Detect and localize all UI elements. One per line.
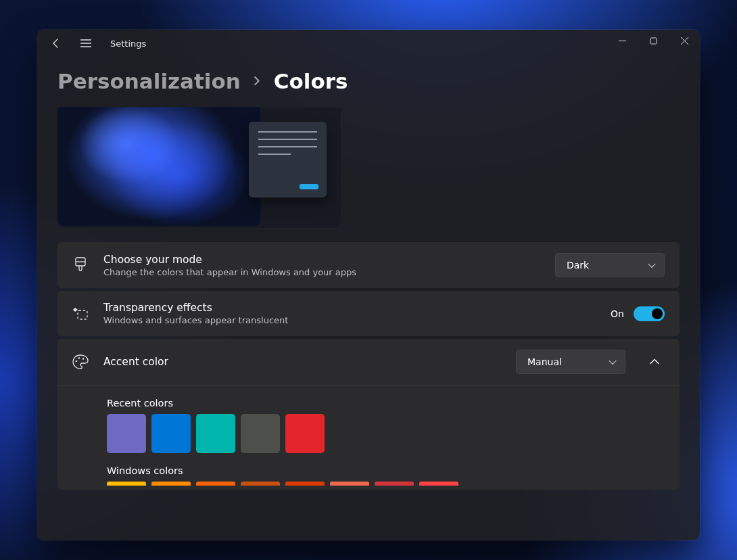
minimize-button[interactable] <box>607 30 638 51</box>
svg-point-11 <box>78 357 80 359</box>
paintbrush-icon <box>72 257 89 273</box>
color-swatch[interactable] <box>285 482 325 486</box>
accent-mode-dropdown[interactable]: Manual <box>516 350 625 374</box>
transparency-icon <box>72 306 89 322</box>
settings-window: Settings Personalization <box>37 30 700 540</box>
choose-mode-row[interactable]: Choose your mode Change the colors that … <box>57 242 680 288</box>
svg-rect-9 <box>78 310 87 319</box>
chevron-right-icon <box>253 75 262 88</box>
color-swatch[interactable] <box>241 414 280 453</box>
recent-colors-label: Recent colors <box>72 398 665 409</box>
hamburger-menu-button[interactable] <box>72 30 99 57</box>
accent-color-title: Accent color <box>103 356 501 368</box>
preview-window-icon <box>249 122 327 197</box>
color-swatch[interactable] <box>196 414 235 453</box>
svg-rect-4 <box>650 38 657 44</box>
color-swatch[interactable] <box>107 414 146 453</box>
desktop-wallpaper: Settings Personalization <box>0 0 737 560</box>
maximize-button[interactable] <box>638 30 669 51</box>
color-swatch[interactable] <box>419 482 458 486</box>
page-title: Colors <box>274 69 348 93</box>
window-title: Settings <box>110 39 146 49</box>
color-swatch[interactable] <box>151 482 191 486</box>
choose-mode-desc: Change the colors that appear in Windows… <box>103 267 540 277</box>
color-swatch[interactable] <box>330 482 369 486</box>
color-swatch[interactable] <box>375 482 414 486</box>
accent-color-panel: Recent colors Windows colors <box>57 385 680 490</box>
close-button[interactable] <box>669 30 700 51</box>
breadcrumb: Personalization Colors <box>57 69 680 93</box>
transparency-state-label: On <box>611 308 624 319</box>
transparency-toggle[interactable] <box>634 306 665 321</box>
color-swatch[interactable] <box>107 482 146 486</box>
transparency-title: Transparency effects <box>103 302 596 314</box>
transparency-row[interactable]: Transparency effects Windows and surface… <box>57 291 680 336</box>
svg-point-10 <box>76 360 78 363</box>
color-swatch[interactable] <box>241 482 280 486</box>
back-button[interactable] <box>43 30 70 57</box>
theme-preview <box>57 107 341 229</box>
windows-colors-label: Windows colors <box>72 465 665 476</box>
color-swatch[interactable] <box>285 414 325 453</box>
color-swatch[interactable] <box>196 482 235 486</box>
collapse-button[interactable] <box>644 352 665 372</box>
choose-mode-dropdown[interactable]: Dark <box>555 253 665 277</box>
titlebar: Settings <box>37 30 700 57</box>
accent-color-row[interactable]: Accent color Manual <box>57 339 680 385</box>
breadcrumb-parent[interactable]: Personalization <box>57 69 241 93</box>
color-swatch[interactable] <box>151 414 191 453</box>
transparency-desc: Windows and surfaces appear translucent <box>103 315 596 325</box>
palette-icon <box>72 354 89 370</box>
choose-mode-title: Choose your mode <box>103 254 540 266</box>
svg-point-12 <box>82 358 85 360</box>
